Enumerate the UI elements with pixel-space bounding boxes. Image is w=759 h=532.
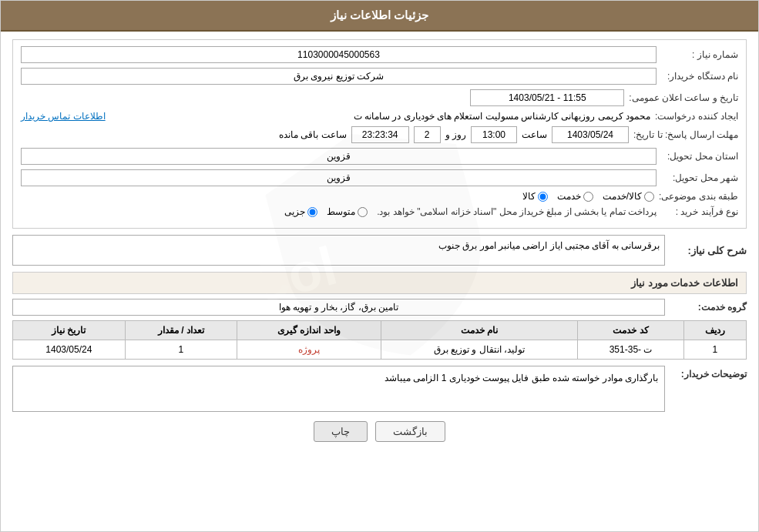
process-option-motavasset: متوسط xyxy=(327,206,368,217)
col-date: تاریخ نیاز xyxy=(13,321,126,340)
creator-value: محمود کریمی روزبهانی کارشناس مسولیت استع… xyxy=(110,111,650,122)
category-radio-kala[interactable] xyxy=(538,192,548,202)
province-label: استان محل تحویل: xyxy=(661,151,738,162)
col-row: ردیف xyxy=(683,321,746,340)
city-row: شهر محل تحویل: قزوین xyxy=(21,169,738,186)
description-label: شرح کلی نیاز: xyxy=(670,245,747,256)
cell-code-1: ت -35-351 xyxy=(578,340,683,360)
cell-name-1: تولید، انتقال و توزیع برق xyxy=(381,340,578,360)
cell-row-1: 1 xyxy=(683,340,746,360)
buyer-desc-row: توضیحات خریدار: بارگذاری موادر خواسته شد… xyxy=(12,366,747,412)
deadline-time: 13:00 xyxy=(471,126,517,143)
creator-row: ایجاد کننده درخواست: محمود کریمی روزبهان… xyxy=(21,111,738,122)
process-note: پرداخت تمام یا بخشی از مبلغ خریداز محل "… xyxy=(377,206,657,217)
page-header: جزئیات اطلاعات نیاز xyxy=(1,1,758,32)
description-row: شرح کلی نیاز: برقرسانی به آقای مجتبی ایا… xyxy=(12,235,747,266)
deadline-row: مهلت ارسال پاسخ: تا تاریخ: 1403/05/24 سا… xyxy=(21,126,738,143)
services-title: اطلاعات خدمات مورد نیاز xyxy=(631,277,738,289)
col-unit: واحد اندازه گیری xyxy=(237,321,381,340)
announcement-row: تاریخ و ساعت اعلان عمومی: 1403/05/21 - 1… xyxy=(21,89,738,106)
buyer-desc-box: بارگذاری موادر خواسته شده طبق فایل پیوست… xyxy=(12,366,665,412)
table-row: 1 ت -35-351 تولید، انتقال و توزیع برق پر… xyxy=(13,340,747,360)
service-group-value: تامین برق، گاز، بخار و تهویه هوا xyxy=(12,299,665,316)
order-number-row: شماره نیاز : 1103000045000563 xyxy=(21,46,738,63)
table-header: ردیف کد خدمت نام خدمت واحد اندازه گیری ت… xyxy=(13,321,747,340)
deadline-date: 1403/05/24 xyxy=(552,126,629,143)
process-radio-group: پرداخت تمام یا بخشی از مبلغ خریداز محل "… xyxy=(21,206,657,217)
services-section-header: اطلاعات خدمات مورد نیاز xyxy=(12,272,747,294)
category-option-label-kala-khedmat: کالا/خدمت xyxy=(603,191,642,202)
remaining-time: 23:23:34 xyxy=(351,126,409,143)
category-label: طبقه بندی موضوعی: xyxy=(659,191,738,202)
category-option-label-kala: کالا xyxy=(522,191,536,202)
service-group-row: گروه خدمت: تامین برق، گاز، بخار و تهویه … xyxy=(12,299,747,316)
days-value: 2 xyxy=(414,126,441,143)
table-body: 1 ت -35-351 تولید، انتقال و توزیع برق پر… xyxy=(13,340,747,360)
category-option-khedmat: خدمت xyxy=(557,191,593,202)
process-option-label-motavasset: متوسط xyxy=(327,206,355,217)
col-code: کد خدمت xyxy=(578,321,683,340)
order-number-label: شماره نیاز : xyxy=(661,49,738,60)
requester-value: شرکت توزیع نیروی برق xyxy=(21,68,657,85)
announcement-label: تاریخ و ساعت اعلان عمومی: xyxy=(629,92,738,103)
remaining-label: ساعت باقی مانده xyxy=(279,129,347,140)
deadline-label: مهلت ارسال پاسخ: تا تاریخ: xyxy=(633,129,738,140)
category-radio-kala-khedmat[interactable] xyxy=(644,192,654,202)
creator-contact-link[interactable]: اطلاعات تماس خریدار xyxy=(21,111,106,122)
category-option-label-khedmat: خدمت xyxy=(557,191,581,202)
page-wrapper: جزئیات اطلاعات نیاز Col شماره نیاز : 110… xyxy=(0,0,759,532)
province-row: استان محل تحویل: قزوین xyxy=(21,148,738,165)
category-option-kala: کالا xyxy=(522,191,548,202)
buyer-desc-text: بارگذاری موادر خواسته شده طبق فایل پیوست… xyxy=(385,373,658,383)
requester-row: نام دستگاه خریدار: شرکت توزیع نیروی برق xyxy=(21,68,738,85)
process-option-jozi: جزیی xyxy=(284,206,317,217)
city-value: قزوین xyxy=(21,169,657,186)
page-title: جزئیات اطلاعات نیاز xyxy=(331,8,428,22)
back-button[interactable]: بازگشت xyxy=(375,421,445,442)
province-value: قزوین xyxy=(21,148,657,165)
order-number-value: 1103000045000563 xyxy=(21,46,657,63)
cell-unit-1: پروژه xyxy=(237,340,381,360)
process-label: نوع فرآیند خرید : xyxy=(661,206,738,217)
service-group-label: گروه خدمت: xyxy=(670,302,747,313)
process-radio-jozi[interactable] xyxy=(307,207,317,217)
city-label: شهر محل تحویل: xyxy=(661,172,738,183)
col-qty: تعداد / مقدار xyxy=(125,321,237,340)
process-radio-motavasset[interactable] xyxy=(358,207,368,217)
category-row: طبقه بندی موضوعی: کالا/خدمت خدمت کالا xyxy=(21,191,738,202)
cell-date-1: 1403/05/24 xyxy=(13,340,126,360)
cell-qty-1: 1 xyxy=(125,340,237,360)
process-row: نوع فرآیند خرید : پرداخت تمام یا بخشی از… xyxy=(21,206,738,217)
services-table: ردیف کد خدمت نام خدمت واحد اندازه گیری ت… xyxy=(12,320,747,360)
button-row: بازگشت چاپ xyxy=(12,421,747,442)
announcement-value: 1403/05/21 - 11:55 xyxy=(470,89,624,106)
requester-label: نام دستگاه خریدار: xyxy=(661,71,738,82)
creator-label: ایجاد کننده درخواست: xyxy=(655,111,738,122)
days-label: روز و xyxy=(445,129,466,140)
unit-link-1[interactable]: پروژه xyxy=(298,344,320,355)
order-info-section: شماره نیاز : 1103000045000563 نام دستگاه… xyxy=(12,39,747,229)
main-content: Col شماره نیاز : 1103000045000563 نام دس… xyxy=(1,32,758,459)
buyer-desc-label: توضیحات خریدار: xyxy=(670,366,747,380)
content-area: Col شماره نیاز : 1103000045000563 نام دس… xyxy=(12,39,747,442)
description-value: برقرسانی به آقای مجتبی ایاز اراضی میانبر… xyxy=(12,235,665,266)
process-option-label-jozi: جزیی xyxy=(284,206,305,217)
print-button[interactable]: چاپ xyxy=(314,421,368,442)
col-name: نام خدمت xyxy=(381,321,578,340)
category-option-kala-khedmat: کالا/خدمت xyxy=(603,191,654,202)
time-label: ساعت xyxy=(522,129,547,140)
category-radio-group: کالا/خدمت خدمت کالا xyxy=(21,191,654,202)
category-radio-khedmat[interactable] xyxy=(583,192,593,202)
table-header-row: ردیف کد خدمت نام خدمت واحد اندازه گیری ت… xyxy=(13,321,747,340)
